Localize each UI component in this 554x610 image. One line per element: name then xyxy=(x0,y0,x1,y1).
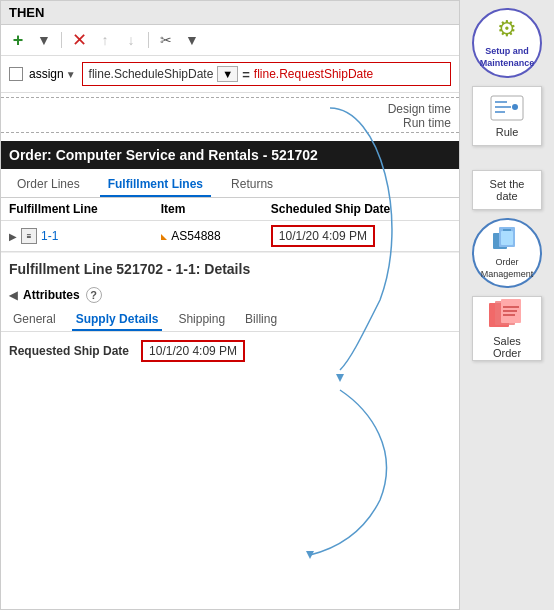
sales-order-box[interactable]: SalesOrder xyxy=(472,296,542,361)
assign-label: assign xyxy=(29,67,64,81)
sub-tab-billing[interactable]: Billing xyxy=(241,309,281,331)
assign-dropdown[interactable]: assign ▼ xyxy=(29,67,76,81)
collapse-icon[interactable]: ◀ xyxy=(9,289,17,302)
sales-order-icon-svg xyxy=(487,299,527,331)
down-button[interactable]: ↓ xyxy=(120,29,142,51)
requested-ship-date-value: 10/1/20 4:09 PM xyxy=(141,340,245,362)
assign-row: assign ▼ fline.ScheduleShipDate ▼ = flin… xyxy=(1,56,459,93)
then-header: THEN xyxy=(1,1,459,25)
row-expand: ▶ ≡ 1-1 xyxy=(9,228,145,244)
sales-order-label: SalesOrder xyxy=(493,335,521,359)
requested-ship-date-label: Requested Ship Date xyxy=(9,344,129,358)
toolbar: + ▼ ✕ ↑ ↓ ✂ ▼ xyxy=(1,25,459,56)
doc-icon: ≡ xyxy=(21,228,37,244)
item-flag-icon xyxy=(161,234,167,240)
order-management-icon[interactable]: OrderManagement xyxy=(472,218,542,288)
svg-point-5 xyxy=(512,104,518,110)
dashed-separator-1 xyxy=(1,97,459,98)
design-time-row: Design time xyxy=(1,100,459,116)
right-panel: ⚙ Setup andMaintenance Rule Set thedate xyxy=(460,0,554,610)
attributes-row: ◀ Attributes ? xyxy=(1,285,459,307)
design-time-label: Design time xyxy=(388,102,451,116)
table-header-row: Fulfillment Line Item Scheduled Ship Dat… xyxy=(1,198,459,221)
cut-button[interactable]: ✂ xyxy=(155,29,177,51)
cell-item: AS54888 xyxy=(153,221,263,252)
ship-date-row: Requested Ship Date 10/1/20 4:09 PM xyxy=(1,332,459,370)
add-button[interactable]: + xyxy=(7,29,29,51)
assign-checkbox[interactable] xyxy=(9,67,23,81)
fulfillment-detail-title: Fulfillment Line 521702 - 1-1: Details xyxy=(1,252,459,285)
order-mgmt-label: OrderManagement xyxy=(481,257,534,280)
operator-dropdown[interactable]: ▼ xyxy=(217,66,238,82)
sub-tab-supply-details[interactable]: Supply Details xyxy=(72,309,163,331)
tab-returns[interactable]: Returns xyxy=(223,173,281,197)
col-fulfillment-line: Fulfillment Line xyxy=(1,198,153,221)
svg-rect-2 xyxy=(491,96,523,120)
order-mgmt-icon-svg xyxy=(489,225,525,253)
up-button[interactable]: ↑ xyxy=(94,29,116,51)
cell-line: ▶ ≡ 1-1 xyxy=(1,221,153,252)
run-time-label: Run time xyxy=(403,116,451,130)
toolbar-divider-2 xyxy=(148,32,149,48)
scheduled-date-value: 10/1/20 4:09 PM xyxy=(271,225,375,247)
toolbar-divider-1 xyxy=(61,32,62,48)
tab-order-lines[interactable]: Order Lines xyxy=(9,173,88,197)
gear-icon: ⚙ xyxy=(497,16,517,42)
left-panel: THEN + ▼ ✕ ↑ ↓ ✂ ▼ assign ▼ fline.Schedu… xyxy=(0,0,460,610)
col-scheduled-ship-date: Scheduled Ship Date xyxy=(263,198,459,221)
dropdown-button[interactable]: ▼ xyxy=(33,29,55,51)
col-item: Item xyxy=(153,198,263,221)
operator-value: ▼ xyxy=(222,68,233,80)
sub-tab-general[interactable]: General xyxy=(9,309,60,331)
rule-box[interactable]: Rule xyxy=(472,86,542,146)
item-value: AS54888 xyxy=(171,229,220,243)
tab-fulfillment-lines[interactable]: Fulfillment Lines xyxy=(100,173,211,197)
expression-box: fline.ScheduleShipDate ▼ = fline.Request… xyxy=(82,62,451,86)
rule-icon xyxy=(489,94,525,122)
set-date-label: Set thedate xyxy=(490,178,525,202)
run-time-row: Run time xyxy=(1,116,459,130)
cell-date: 10/1/20 4:09 PM xyxy=(263,221,459,252)
dashed-separator-2 xyxy=(1,132,459,133)
help-icon[interactable]: ? xyxy=(86,287,102,303)
table-row: ▶ ≡ 1-1 AS54888 10/1/20 4:09 PM xyxy=(1,221,459,252)
tabs-row: Order Lines Fulfillment Lines Returns xyxy=(1,169,459,198)
lhs-field: fline.ScheduleShipDate xyxy=(89,67,214,81)
assign-arrow-icon: ▼ xyxy=(66,69,76,80)
setup-maintenance-icon[interactable]: ⚙ Setup andMaintenance xyxy=(472,8,542,78)
svg-rect-10 xyxy=(503,229,511,231)
more-button[interactable]: ▼ xyxy=(181,29,203,51)
rhs-field: fline.RequestShipDate xyxy=(254,67,373,81)
expand-arrow-icon[interactable]: ▶ xyxy=(9,231,17,242)
equals-sign: = xyxy=(242,67,250,82)
attributes-label: Attributes xyxy=(23,288,80,302)
svg-rect-9 xyxy=(501,231,513,245)
sub-tabs-row: General Supply Details Shipping Billing xyxy=(1,307,459,332)
rule-label: Rule xyxy=(496,126,519,138)
setup-label: Setup andMaintenance xyxy=(480,46,535,69)
fulfillment-table: Fulfillment Line Item Scheduled Ship Dat… xyxy=(1,198,459,252)
order-title: Order: Computer Service and Rentals - 52… xyxy=(1,141,459,169)
line-link[interactable]: 1-1 xyxy=(41,229,58,243)
set-date-button[interactable]: Set thedate xyxy=(472,170,542,210)
delete-button[interactable]: ✕ xyxy=(68,29,90,51)
sub-tab-shipping[interactable]: Shipping xyxy=(174,309,229,331)
main-container: THEN + ▼ ✕ ↑ ↓ ✂ ▼ assign ▼ fline.Schedu… xyxy=(0,0,554,610)
then-label: THEN xyxy=(9,5,44,20)
